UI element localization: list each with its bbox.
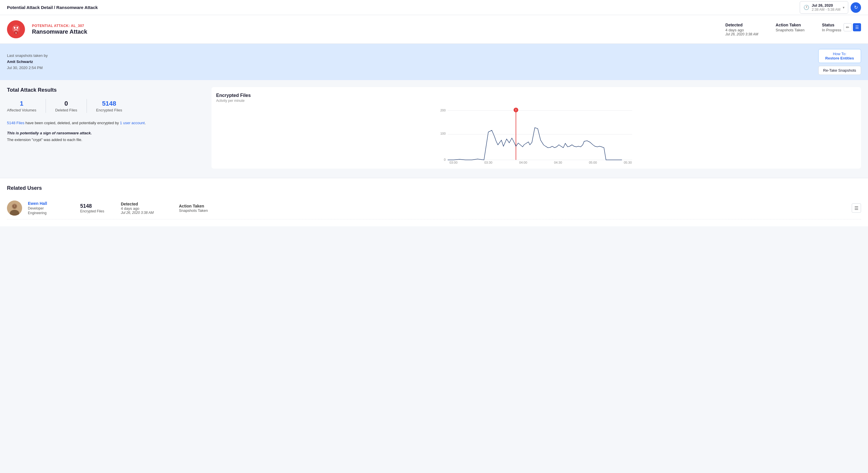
user-files: 5148 Encrypted Files — [80, 203, 115, 213]
attack-icon: $ — [7, 20, 25, 38]
user-encrypted-count: 5148 — [80, 203, 115, 209]
chevron-down-icon: ▾ — [843, 5, 844, 9]
user-detected-label: Detected — [121, 202, 173, 206]
desc-text: have been copied, deleted, and potential… — [24, 121, 120, 125]
how-to-line2: Restore Entities — [825, 56, 855, 60]
detected-stat: Detected 4 days ago Jul 26, 2020 3:38 AM — [725, 23, 758, 36]
date-sub-time: 2:38 AM - 5:38 AM — [812, 7, 840, 11]
encrypted-files-num: 5148 — [96, 100, 122, 107]
deleted-files-stat: 0 Deleted Files — [46, 100, 87, 112]
snapshot-by-name: Amit Schwartz — [7, 59, 48, 65]
header-stats: Detected 4 days ago Jul 26, 2020 3:38 AM… — [725, 23, 861, 36]
action-taken-value: Snapshots Taken — [776, 28, 805, 32]
attack-label: POTENTIAL ATTACK: AL_307 — [32, 24, 718, 28]
date-picker-text: Jul 26, 2020 2:38 AM - 5:38 AM — [812, 3, 840, 11]
attack-description: 5148 Files have been copied, deleted, an… — [7, 120, 205, 126]
ransomware-icon: $ — [10, 24, 22, 35]
left-panel: Total Attack Results 1 Affected Volumes … — [7, 87, 205, 169]
svg-text:03:30: 03:30 — [484, 161, 492, 164]
svg-point-25 — [13, 206, 14, 207]
user-detected-date: Jul 26, 2020 3:38 AM — [121, 211, 173, 215]
snapshot-by-label: Last snapshots taken by — [7, 53, 48, 59]
action-taken-stat: Action Taken Snapshots Taken — [776, 23, 805, 32]
snapshot-date: Jul 30, 2020 2:54 PM — [7, 65, 48, 71]
table-row: Ewen Hall Developer Engineering 5148 Enc… — [7, 197, 861, 219]
svg-point-26 — [16, 206, 16, 207]
chart-container: Encrypted Files Activity per minute 200 … — [212, 87, 861, 169]
user-action-value: Snapshots Taken — [179, 208, 231, 213]
action-taken-label: Action Taken — [776, 23, 805, 27]
status-actions: ✏ ☰ — [844, 23, 861, 31]
edit-status-button[interactable]: ✏ — [844, 23, 852, 31]
chart-area: 200 100 0 ! 03:00 03:30 04:00 — [216, 106, 857, 165]
affected-volumes-stat: 1 Affected Volumes — [7, 100, 45, 112]
affected-volumes-label: Affected Volumes — [7, 108, 36, 112]
top-bar: Potential Attack Detail / Ransomware Att… — [0, 0, 868, 15]
user-row-action: ☰ — [852, 203, 861, 213]
svg-text:!: ! — [515, 108, 516, 112]
breadcrumb: Potential Attack Detail / Ransomware Att… — [7, 5, 98, 10]
svg-text:05:30: 05:30 — [624, 161, 632, 164]
retake-snapshots-button[interactable]: Re-Take Snapshots — [818, 66, 861, 75]
user-detected: Detected 4 days ago Jul 26, 2020 3:38 AM — [121, 202, 173, 215]
chart-svg: 200 100 0 ! 03:00 03:30 04:00 — [216, 106, 857, 164]
status-value: In Progress — [822, 28, 841, 32]
user-action-label: Action Taken — [179, 204, 231, 208]
user-role-line1: Developer — [28, 206, 74, 210]
user-action: Action Taken Snapshots Taken — [179, 204, 231, 213]
svg-text:200: 200 — [440, 108, 445, 112]
encrypted-files-label: Encrypted Files — [96, 108, 122, 112]
top-bar-right: 🕐 Jul 26, 2020 2:38 AM - 5:38 AM ▾ ↻ — [800, 1, 861, 14]
deleted-files-label: Deleted Files — [55, 108, 77, 112]
main-content: Total Attack Results 1 Affected Volumes … — [0, 80, 868, 175]
files-link[interactable]: 5148 Files — [7, 121, 24, 125]
detected-label: Detected — [725, 23, 758, 27]
desc-end: . — [145, 121, 146, 125]
svg-text:100: 100 — [440, 132, 445, 135]
date-main: Jul 26, 2020 — [812, 3, 840, 7]
svg-text:04:00: 04:00 — [519, 161, 527, 164]
svg-text:04:30: 04:30 — [554, 161, 562, 164]
user-info: Ewen Hall Developer Engineering — [28, 201, 74, 215]
encrypted-files-stat: 5148 Encrypted Files — [87, 100, 132, 112]
stats-row: 1 Affected Volumes 0 Deleted Files 5148 … — [7, 99, 205, 113]
snapshot-info: Last snapshots taken by Amit Schwartz Ju… — [7, 53, 48, 71]
detected-date: Jul 26, 2020 3:38 AM — [725, 32, 758, 36]
user-detected-relative: 4 days ago — [121, 206, 173, 211]
clock-icon: 🕐 — [804, 5, 809, 10]
attack-title: Ransomware Attack — [32, 28, 718, 35]
how-to-line1: How To: — [825, 52, 855, 56]
attack-info: POTENTIAL ATTACK: AL_307 Ransomware Atta… — [32, 24, 718, 35]
user-role-line2: Engineering — [28, 211, 74, 215]
user-avatar-svg — [7, 201, 22, 215]
svg-text:05:00: 05:00 — [589, 161, 597, 164]
total-attack-title: Total Attack Results — [7, 87, 205, 93]
ransomware-italic: This is potentially a sign of ransomware… — [7, 131, 205, 135]
breadcrumb-separator: / — [54, 5, 56, 10]
status-label: Status — [822, 23, 841, 27]
deleted-files-num: 0 — [55, 100, 77, 107]
chart-subtitle: Activity per minute — [216, 99, 857, 103]
user-name[interactable]: Ewen Hall — [28, 201, 74, 206]
how-to-button[interactable]: How To: Restore Entities — [818, 49, 861, 63]
right-panel: Encrypted Files Activity per minute 200 … — [205, 87, 861, 169]
extension-text: The extension "crypt" was added to each … — [7, 138, 205, 142]
refresh-button[interactable]: ↻ — [850, 2, 861, 13]
breadcrumb-current: Ransomware Attack — [56, 5, 98, 10]
related-section: Related Users Ewen Hall Developer Engine… — [0, 178, 868, 226]
user-files-label: Encrypted Files — [80, 209, 115, 213]
detected-relative: 4 days ago — [725, 28, 758, 32]
breadcrumb-parent: Potential Attack Detail — [7, 5, 53, 10]
svg-text:03:00: 03:00 — [450, 161, 458, 164]
snapshot-actions: How To: Restore Entities Re-Take Snapsho… — [818, 49, 861, 75]
user-detail-button[interactable]: ☰ — [852, 203, 861, 213]
view-status-button[interactable]: ☰ — [853, 23, 861, 31]
user-account-link[interactable]: 1 user account — [120, 121, 145, 125]
avatar — [7, 201, 22, 215]
related-title: Related Users — [7, 185, 861, 191]
status-stat: Status In Progress ✏ ☰ — [822, 23, 861, 32]
affected-volumes-num: 1 — [7, 100, 36, 107]
attack-header: $ POTENTIAL ATTACK: AL_307 Ransomware At… — [0, 15, 868, 44]
snapshot-banner: Last snapshots taken by Amit Schwartz Ju… — [0, 44, 868, 80]
date-picker[interactable]: 🕐 Jul 26, 2020 2:38 AM - 5:38 AM ▾ — [800, 1, 848, 14]
